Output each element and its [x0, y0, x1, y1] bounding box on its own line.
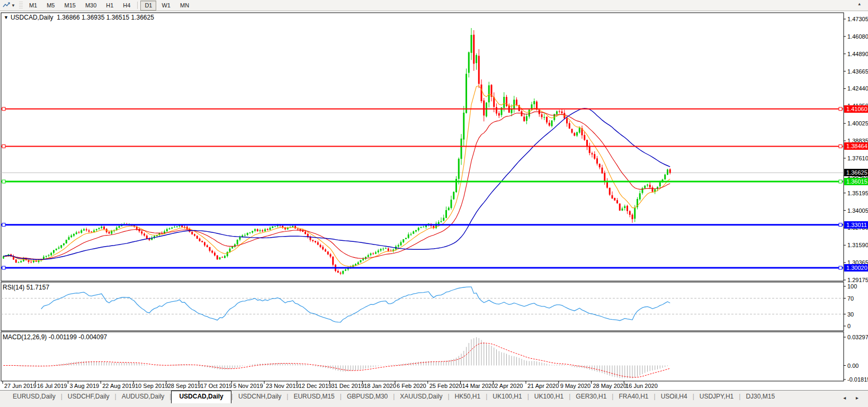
candle-body — [372, 254, 374, 254]
rsi-axis-label: 30 — [847, 311, 854, 318]
macd-panel-frame — [1, 332, 844, 381]
chart-tab-eurusd-m15[interactable]: EURUSD,M15 — [288, 391, 339, 402]
candle-body — [184, 227, 185, 228]
candle-body — [66, 240, 67, 243]
candle-body — [214, 253, 216, 256]
line-anchor-handle[interactable] — [2, 266, 5, 269]
candle-body — [93, 230, 95, 232]
date-label: 23 Nov 2019 — [266, 383, 299, 389]
line-anchor-handle[interactable] — [839, 180, 842, 183]
line-anchor-handle[interactable] — [2, 107, 5, 111]
candle-body — [609, 188, 611, 195]
date-label: 27 Jun 2019 — [4, 383, 37, 389]
candle-body — [627, 206, 628, 211]
candle-body — [56, 249, 57, 250]
candle-body — [103, 227, 105, 229]
candle-body — [201, 241, 203, 242]
candle-body — [543, 117, 545, 117]
candle-body — [420, 227, 422, 228]
candle-body — [473, 35, 475, 64]
timeframes-toolbar: ▼ M1M5M15M30H1H4D1W1MN ▴ — [0, 0, 868, 11]
chart-tab-fra40-h1[interactable]: FRA40,H1 — [613, 391, 654, 402]
candle-body — [382, 249, 384, 249]
chart-tab-usoil-h4[interactable]: USOil,H4 — [656, 391, 693, 402]
candle-body — [259, 230, 261, 231]
chart-tab-gbpusd-m30[interactable]: GBPUSD,M30 — [342, 391, 393, 402]
candle-body — [342, 271, 344, 274]
candle-body — [463, 113, 464, 140]
line-anchor-handle[interactable] — [2, 223, 5, 227]
candle-body — [274, 227, 276, 227]
candle-body — [340, 273, 342, 274]
candle-body — [458, 159, 460, 179]
price-tag-1.41060: 1.41060 — [844, 105, 868, 113]
candle-body — [594, 154, 595, 159]
candle-body — [80, 230, 82, 233]
candle-body — [345, 269, 346, 270]
timeframe-button-mn[interactable]: MN — [176, 1, 193, 11]
chart-tab-hk50-h1[interactable]: HK50,H1 — [450, 391, 486, 402]
chart-tab-uk100-h1[interactable]: UK100,H1 — [529, 391, 569, 402]
timeframe-button-m5[interactable]: M5 — [42, 1, 59, 11]
candle-body — [272, 227, 273, 228]
timeframe-button-w1[interactable]: W1 — [157, 1, 175, 11]
price-tick-label: 1.34005 — [847, 207, 868, 214]
chart-tab-uk100-h1[interactable]: UK100,H1 — [487, 391, 527, 402]
chart-tabbar: EURUSD,Daily|USDCHF,Daily|AUDUSD,Daily|U… — [0, 390, 868, 407]
toolbar-overflow-button[interactable]: ▴ — [858, 1, 861, 6]
candle-body — [207, 245, 208, 247]
candle-body — [144, 234, 145, 236]
candle-body — [101, 227, 102, 228]
candle-body — [461, 139, 462, 159]
candle-body — [221, 257, 223, 258]
chart-tab-usdcad-daily[interactable]: USDCAD,Daily — [171, 391, 231, 403]
price-tick-label: 1.44890 — [847, 51, 868, 57]
candle-body — [322, 247, 324, 249]
candle-body — [194, 234, 195, 236]
candle-body — [375, 252, 377, 254]
candle-body — [388, 248, 389, 251]
chevron-down-icon[interactable]: ▼ — [11, 3, 15, 8]
chart-tab-usdjpy-h1[interactable]: USDJPY,H1 — [694, 391, 739, 402]
timeframe-button-m15[interactable]: M15 — [60, 1, 79, 11]
timeframe-button-m30[interactable]: M30 — [81, 1, 101, 11]
chart-tab-xauusd-daily[interactable]: XAUUSD,Daily — [395, 391, 448, 402]
line-anchor-handle[interactable] — [839, 107, 842, 111]
candle-body — [639, 193, 641, 199]
timeframe-button-h4[interactable]: H4 — [119, 1, 135, 11]
timeframe-button-h1[interactable]: H1 — [102, 1, 118, 11]
candle-body — [305, 232, 306, 234]
line-anchor-handle[interactable] — [2, 180, 5, 183]
candle-body — [556, 111, 558, 114]
candle-body — [468, 52, 470, 73]
candle-body — [415, 230, 417, 232]
line-studies-button[interactable]: ▼ — [0, 1, 18, 10]
candle-body — [596, 158, 598, 164]
line-anchor-handle[interactable] — [839, 144, 842, 148]
chart-tab-usdcnh-daily[interactable]: USDCNH,Daily — [233, 391, 287, 402]
candle-body — [60, 245, 62, 248]
line-anchor-handle[interactable] — [839, 266, 842, 269]
chart-tab-audusd-daily[interactable]: AUDUSD,Daily — [117, 391, 170, 402]
date-label: 16 Jul 2019 — [37, 383, 67, 389]
line-anchor-handle[interactable] — [2, 144, 5, 148]
chart-tab-usdchf-daily[interactable]: USDCHF,Daily — [62, 391, 115, 402]
timeframe-button-m1[interactable]: M1 — [25, 1, 41, 11]
price-tick-label: 1.43665 — [847, 68, 868, 75]
candle-body — [541, 114, 543, 117]
candle-body — [337, 271, 339, 273]
line-anchor-handle[interactable] — [839, 223, 842, 227]
candle-body — [141, 231, 142, 233]
chart-tab-dj30-m15[interactable]: DJ30,M15 — [740, 391, 780, 402]
toolbar-drag-handle[interactable] — [19, 2, 23, 9]
chart-tab-eurusd-daily[interactable]: EURUSD,Daily — [7, 391, 61, 402]
candle-body — [604, 173, 605, 182]
candle-body — [91, 231, 92, 232]
candle-body — [297, 229, 299, 229]
chart-tab-ger30-h1[interactable]: GER30,H1 — [570, 391, 612, 402]
candle-body — [332, 257, 334, 265]
timeframe-button-d1[interactable]: D1 — [140, 1, 156, 11]
candle-body — [402, 239, 404, 242]
candle-body — [443, 218, 444, 221]
collapse-triangle-icon[interactable]: ▼ — [4, 15, 8, 20]
